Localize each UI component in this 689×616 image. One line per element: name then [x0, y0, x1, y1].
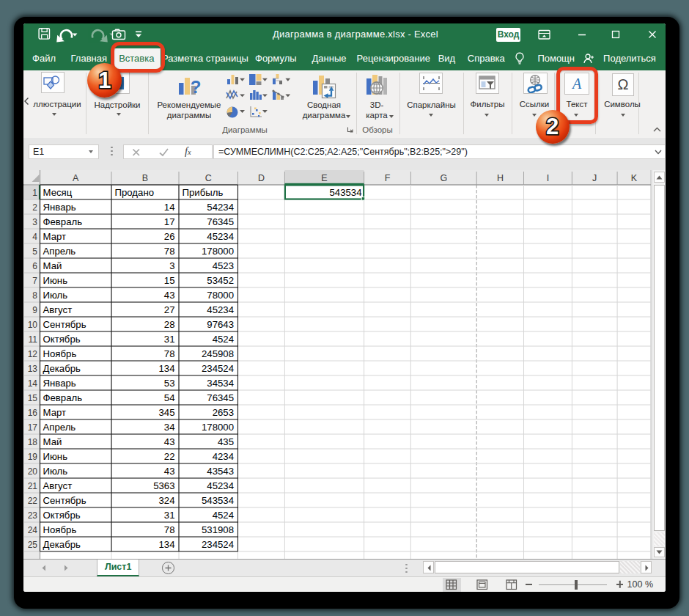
svg-text:10: 10: [28, 319, 38, 329]
svg-text:19: 19: [28, 451, 38, 461]
svg-text:Октябрь: Октябрь: [43, 333, 81, 344]
svg-text:Сентябрь: Сентябрь: [43, 494, 86, 505]
svg-text:Апрель: Апрель: [43, 421, 76, 432]
svg-text:C: C: [205, 173, 212, 183]
svg-text:Прибыль: Прибыль: [183, 186, 224, 197]
svg-text:531908: 531908: [202, 524, 234, 535]
svg-text:28: 28: [164, 318, 175, 329]
svg-text:4234: 4234: [213, 450, 234, 461]
svg-text:Август: Август: [43, 480, 73, 491]
svg-text:178000: 178000: [202, 245, 234, 256]
svg-text:78: 78: [164, 348, 175, 359]
svg-text:6: 6: [32, 260, 37, 271]
svg-text:76345: 76345: [207, 392, 234, 403]
svg-text:345: 345: [158, 406, 174, 417]
svg-text:43: 43: [164, 289, 175, 300]
svg-text:3: 3: [32, 216, 37, 227]
svg-text:17: 17: [28, 422, 38, 432]
svg-text:Май: Май: [43, 436, 62, 447]
svg-text:4: 4: [32, 231, 37, 241]
svg-text:Сентябрь: Сентябрь: [43, 318, 86, 329]
svg-text:Март: Март: [43, 406, 67, 417]
svg-text:78: 78: [164, 245, 175, 256]
svg-text:D: D: [258, 173, 265, 183]
svg-text:Декабрь: Декабрь: [43, 538, 81, 549]
svg-text:Июль: Июль: [43, 465, 68, 476]
svg-text:245908: 245908: [202, 348, 234, 359]
svg-text:178000: 178000: [202, 421, 234, 432]
svg-text:11: 11: [29, 334, 38, 344]
svg-text:134: 134: [158, 362, 174, 373]
svg-text:Ноябрь: Ноябрь: [43, 348, 77, 359]
svg-text:43: 43: [164, 465, 175, 476]
svg-text:Февраль: Февраль: [43, 216, 83, 227]
svg-text:543534: 543534: [329, 186, 361, 197]
svg-text:B: B: [142, 173, 148, 183]
svg-text:21: 21: [28, 480, 38, 491]
svg-text:76345: 76345: [207, 216, 234, 227]
svg-text:Ноябрь: Ноябрь: [43, 524, 77, 535]
svg-text:F: F: [385, 173, 391, 183]
svg-text:15: 15: [28, 392, 38, 403]
svg-text:1: 1: [32, 187, 37, 197]
svg-text:26: 26: [164, 230, 175, 241]
svg-text:4523: 4523: [213, 260, 234, 271]
svg-text:Июнь: Июнь: [43, 274, 68, 285]
svg-text:20: 20: [28, 466, 38, 476]
svg-text:53452: 53452: [207, 274, 234, 285]
svg-text:22: 22: [28, 495, 38, 505]
svg-text:15: 15: [164, 274, 175, 285]
svg-text:Январь: Январь: [43, 377, 76, 388]
svg-text:7: 7: [32, 275, 37, 285]
svg-text:5363: 5363: [153, 480, 174, 491]
svg-text:Июль: Июль: [43, 289, 68, 300]
svg-text:4524: 4524: [213, 509, 234, 520]
svg-text:14: 14: [164, 201, 175, 212]
svg-text:45234: 45234: [207, 304, 234, 315]
svg-text:23: 23: [28, 510, 38, 520]
svg-text:Октябрь: Октябрь: [43, 509, 81, 520]
svg-text:234524: 234524: [202, 538, 234, 549]
svg-text:3: 3: [169, 260, 174, 271]
svg-text:13: 13: [28, 363, 38, 373]
svg-text:45234: 45234: [207, 480, 234, 491]
svg-text:Август: Август: [43, 304, 73, 315]
svg-text:234524: 234524: [202, 362, 234, 373]
svg-text:43543: 43543: [207, 465, 234, 476]
svg-text:31: 31: [164, 333, 175, 344]
svg-text:24: 24: [28, 524, 38, 535]
svg-text:27: 27: [164, 304, 175, 315]
svg-text:H: H: [497, 173, 504, 183]
svg-text:324: 324: [158, 494, 174, 505]
svg-text:31: 31: [164, 509, 175, 520]
svg-text:Продано: Продано: [115, 186, 155, 197]
svg-text:J: J: [592, 173, 597, 183]
svg-text:14: 14: [28, 378, 38, 388]
svg-text:435: 435: [218, 436, 234, 447]
svg-text:78: 78: [164, 524, 175, 535]
svg-text:2653: 2653: [213, 406, 234, 417]
svg-text:543534: 543534: [202, 494, 234, 505]
svg-text:78000: 78000: [207, 289, 234, 300]
svg-text:53: 53: [164, 377, 175, 388]
svg-text:54234: 54234: [207, 201, 234, 212]
svg-text:5: 5: [32, 246, 37, 256]
svg-text:43: 43: [164, 436, 175, 447]
svg-text:25: 25: [28, 539, 38, 549]
svg-text:Май: Май: [43, 260, 62, 271]
svg-text:Апрель: Апрель: [43, 245, 76, 256]
svg-text:Месяц: Месяц: [43, 186, 73, 197]
svg-text:34534: 34534: [207, 377, 234, 388]
svg-text:Июнь: Июнь: [43, 450, 68, 461]
svg-text:17: 17: [164, 216, 175, 227]
svg-text:I: I: [547, 173, 549, 183]
svg-text:34: 34: [164, 421, 175, 432]
svg-text:22: 22: [164, 450, 175, 461]
svg-text:Февраль: Февраль: [43, 392, 83, 403]
svg-text:G: G: [440, 173, 447, 183]
svg-text:97643: 97643: [207, 318, 234, 329]
svg-text:8: 8: [32, 290, 37, 300]
svg-text:9: 9: [32, 304, 37, 315]
svg-text:A: A: [73, 173, 79, 183]
svg-text:18: 18: [28, 436, 38, 447]
